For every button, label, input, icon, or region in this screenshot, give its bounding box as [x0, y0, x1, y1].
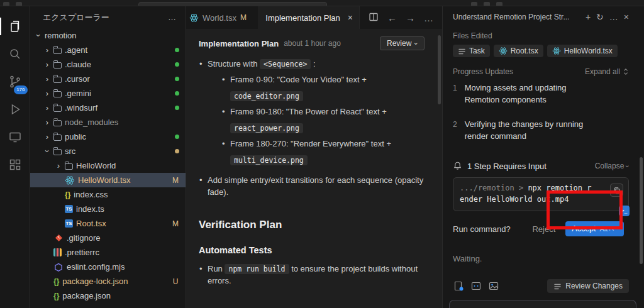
views-more-icon[interactable]: …	[168, 13, 177, 22]
history-icon[interactable]: ↻	[596, 13, 604, 21]
tree-item[interactable]: {} index.css	[30, 187, 186, 202]
git-status-dot	[175, 91, 179, 96]
editor-group: World.tsx M Implementation Plan × ← → … …	[186, 6, 443, 308]
chevron-right-icon: ›	[55, 161, 62, 170]
react-icon	[65, 175, 75, 185]
react-icon	[189, 13, 199, 23]
tree-item-remotion[interactable]: › remotion	[30, 28, 186, 43]
chevron-down-icon: ›	[625, 165, 631, 168]
chevron-down-icon: ›	[43, 148, 52, 155]
tree-item[interactable]: › node_modules	[30, 115, 186, 129]
progress-step[interactable]: 1 Moving assets and updating Remotion co…	[453, 82, 629, 106]
add-file-icon[interactable]	[453, 280, 464, 292]
copy-button[interactable]	[610, 184, 623, 197]
file-tree: › remotion › .agent › .claude ›	[30, 28, 186, 308]
tree-item-helloworld-tsx[interactable]: HelloWorld.tsx M	[30, 173, 186, 187]
tree-item[interactable]: › .agent	[30, 43, 186, 57]
menu-icon[interactable]	[3, 2, 9, 6]
tree-item[interactable]: › public	[30, 129, 186, 144]
document-timestamp: about 1 hour ago	[284, 39, 341, 48]
review-changes-button[interactable]: Review Changes	[547, 279, 629, 293]
tree-item[interactable]: › .windsurf	[30, 101, 186, 115]
new-conversation-icon[interactable]: +	[586, 13, 591, 21]
explorer-sidebar: エクスプローラー … › remotion › .agent › .clau	[30, 6, 186, 308]
markdown-preview: Implementation Plan about 1 hour ago Rev…	[186, 29, 442, 308]
tree-item[interactable]: › HelloWorld	[30, 158, 186, 173]
back-icon[interactable]: ←	[387, 13, 397, 23]
files-edited-label: Files Edited	[453, 31, 629, 40]
folder-icon	[53, 149, 62, 155]
chevron-right-icon: ›	[44, 60, 50, 69]
add-image-icon[interactable]	[488, 280, 499, 292]
progress-step[interactable]: 2 Verifying the changes by running rende…	[453, 119, 629, 143]
editor-scrollbar[interactable]	[438, 35, 441, 104]
react-icon	[552, 47, 561, 55]
vscode-window: 176 エクスプローラー … › remotion	[0, 0, 644, 308]
keyboard-shortcut-hint: Alt+↵	[600, 225, 618, 233]
tab-helloworld-tsx[interactable]: World.tsx M	[186, 6, 259, 29]
close-tab-icon[interactable]: ×	[348, 13, 353, 23]
panel-scrollbar[interactable]	[640, 157, 643, 264]
reject-button[interactable]: Reject	[532, 224, 555, 234]
command-center[interactable]	[138, 2, 327, 6]
tree-item-src[interactable]: › src	[30, 144, 186, 158]
checklist-icon	[553, 282, 562, 290]
inline-code: <Sequence>	[260, 59, 311, 69]
git-status-dot	[175, 149, 179, 153]
inline-code: npm run build	[225, 264, 289, 274]
activity-bar: 176	[0, 6, 30, 308]
review-button[interactable]: Review ›	[380, 36, 425, 50]
tree-item[interactable]: {} package.json	[30, 289, 186, 303]
bell-icon	[453, 161, 462, 171]
chevron-right-icon: ›	[44, 74, 50, 84]
git-modified-badge: M	[172, 219, 179, 228]
chevron-right-icon: ›	[44, 89, 50, 98]
tree-item[interactable]: TS index.ts	[30, 202, 186, 216]
split-editor-icon[interactable]	[369, 12, 379, 24]
expand-all-button[interactable]: Expand all	[585, 67, 629, 76]
editor-more-icon[interactable]: …	[424, 13, 433, 23]
tree-item[interactable]: › .claude	[30, 57, 186, 72]
chevron-right-icon: ›	[44, 103, 50, 113]
tree-item[interactable]: › .cursor	[30, 72, 186, 86]
layout-toggle-icon[interactable]	[496, 2, 502, 6]
file-chip-root[interactable]: Root.tsx	[494, 45, 543, 57]
tab-implementation-plan[interactable]: Implementation Plan ×	[259, 6, 360, 29]
section-heading: Verification Plan	[199, 219, 425, 231]
file-chip-helloworld[interactable]: HelloWorld.tsx	[547, 45, 618, 57]
terminal-path: .../remotion >	[460, 184, 528, 192]
panel-more-icon[interactable]: …	[609, 13, 618, 21]
tree-item[interactable]: .prettierrc	[30, 245, 186, 260]
tree-item-root-tsx[interactable]: TS Root.tsx M	[30, 216, 186, 231]
close-panel-icon[interactable]: ×	[624, 13, 629, 21]
task-chip[interactable]: Task	[453, 45, 490, 57]
conversation-title: Understand Remotion Project Str...	[453, 13, 580, 21]
accept-button[interactable]: Accept Alt+↵	[565, 221, 624, 236]
folder-icon	[53, 91, 62, 97]
explorer-icon[interactable]	[0, 13, 30, 40]
add-selection-icon[interactable]	[470, 280, 482, 292]
collapse-button[interactable]: Collapse ›	[595, 162, 629, 170]
copy-icon	[613, 187, 621, 194]
search-icon[interactable]	[0, 40, 30, 68]
agent-panel: Understand Remotion Project Str... + ↻ ……	[443, 6, 644, 308]
run-debug-icon[interactable]	[0, 96, 30, 123]
chat-input[interactable]	[449, 300, 636, 308]
tree-item[interactable]: eslint.config.mjs	[30, 260, 186, 274]
titlebar-icon[interactable]	[16, 2, 22, 6]
git-status-dot	[175, 106, 179, 110]
layout-toggle-icon[interactable]	[484, 2, 490, 6]
extensions-icon[interactable]	[0, 151, 30, 179]
bullet-item: Frame 180-270: "Render Everywhere" text …	[221, 138, 425, 167]
typescript-icon: TS	[65, 205, 73, 213]
run-in-terminal-icon[interactable]: >_	[619, 206, 630, 216]
source-control-icon[interactable]: 176	[0, 68, 30, 96]
css-braces-icon: {}	[65, 190, 70, 199]
tree-item-package-lock[interactable]: {} package-lock.json U	[30, 274, 186, 289]
layout-toggle-icon[interactable]	[471, 2, 477, 6]
tree-item[interactable]: .gitignore	[30, 231, 186, 245]
bullet-item: Structure with <Sequence> :	[199, 58, 425, 70]
remote-explorer-icon[interactable]	[0, 123, 30, 151]
forward-icon[interactable]: →	[406, 13, 415, 23]
tree-item[interactable]: › .gemini	[30, 86, 186, 101]
